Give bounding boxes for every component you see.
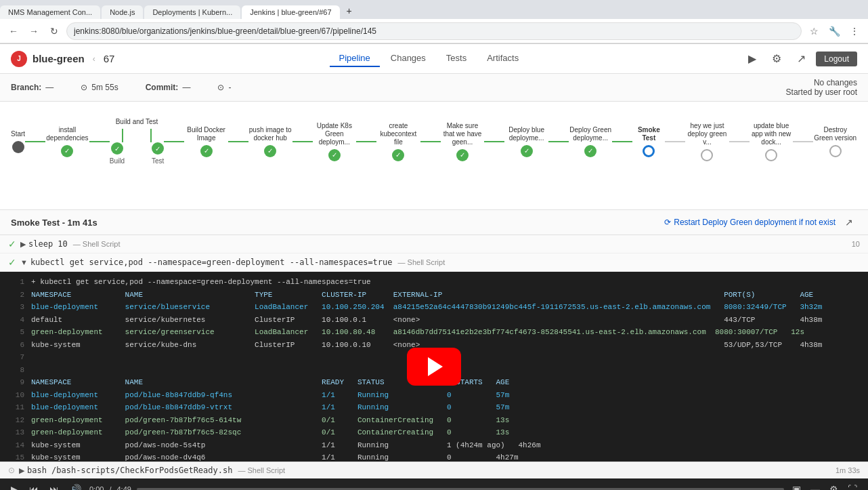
theater-button[interactable]: ▬	[808, 483, 823, 490]
pipeline-area: Start install dependencies ✓ Build and T…	[0, 102, 868, 210]
step-1-duration: 10	[852, 240, 860, 248]
stage-install[interactable]: install dependencies ✓	[45, 126, 89, 157]
branch-test: ✓ Test	[152, 142, 164, 165]
stage-hey-node	[701, 149, 713, 161]
step-2-check: ✓	[8, 257, 16, 268]
browser-chrome: NMS Management Con... Node.js Deployment…	[0, 0, 868, 44]
stage-update-k8s[interactable]: Update K8s Green deploym... ✓	[313, 122, 357, 161]
build-status-right: No changes Started by user root	[786, 78, 857, 97]
stage-update-blue-node	[765, 149, 777, 161]
youtube-play-button[interactable]	[407, 348, 461, 386]
app-logo-area: J blue-green ‹ 67	[11, 51, 114, 67]
logout-button[interactable]: Logout	[816, 52, 857, 66]
stage-smoke-test-node	[643, 145, 655, 157]
extension-button[interactable]: 🔧	[826, 23, 842, 39]
title-separator: ‹	[93, 54, 95, 64]
reload-button[interactable]: ↻	[46, 23, 62, 39]
stage-kube-context[interactable]: create kubecontext file ✓	[376, 122, 420, 161]
player-volume-button[interactable]: 🔊	[67, 483, 84, 490]
tab-new[interactable]: +	[341, 3, 357, 19]
tab-nodejs[interactable]: Node.js	[102, 5, 143, 19]
terminal-line-10: 10 blue-deployment pod/blue-8b847ddb9-qf…	[0, 389, 868, 402]
duration-info: ⊙ 5m 55s	[81, 83, 118, 92]
step-2-expand[interactable]: ▼	[20, 258, 28, 266]
stage-build-test[interactable]: Build and Test ✓ Build	[110, 118, 165, 165]
fullscreen-button[interactable]: ⛶	[845, 483, 860, 490]
bottom-step-name: bash /bash-scripts/CheckForPodsGetReady.…	[27, 466, 232, 475]
stage-install-label: install dependencies	[45, 126, 89, 142]
stage-destroy-green-label: Destroy Green version	[813, 126, 857, 142]
commit-value: —	[182, 83, 190, 92]
bookmark-button[interactable]: ☆	[806, 23, 822, 39]
tab-deployments[interactable]: Deployments | Kubern...	[144, 5, 240, 19]
stage-make-sure[interactable]: Make sure that we have geen... ✓	[441, 122, 485, 161]
player-skip-back-button[interactable]: ⏮	[26, 483, 41, 490]
stage-deploy-blue[interactable]: Deploy blue deployme... ✓	[504, 126, 548, 157]
settings-button[interactable]: ⋮	[846, 23, 863, 39]
build-info-bar: Branch: — ⊙ 5m 55s Commit: — ⊙ - No chan…	[0, 74, 868, 102]
player-settings-button[interactable]: ⚙	[827, 483, 841, 490]
logo-text: J	[17, 55, 21, 62]
forward-button[interactable]: →	[26, 23, 42, 39]
log-steps: ✓ ▶ sleep 10 — Shell Script 10 ✓ ▼ kubec…	[0, 235, 868, 272]
restart-label: Restart Deploy Green deployment if not e…	[674, 218, 836, 227]
stage-destroy-green-node	[829, 145, 842, 157]
external-link-icon[interactable]: ↗	[791, 49, 810, 68]
log-separator: -	[62, 218, 68, 228]
stage-push[interactable]: push image to docker hub ✓	[248, 126, 292, 157]
stage-push-node: ✓	[264, 145, 276, 157]
stage-kube-context-label: create kubecontext file	[376, 122, 420, 146]
connector-8	[484, 141, 504, 142]
restart-link[interactable]: ⟳ Restart Deploy Green deployment if not…	[664, 218, 836, 227]
duration-value: 5m 55s	[91, 83, 118, 92]
time-separator: /	[109, 485, 111, 490]
commit-info: Commit: —	[146, 83, 191, 92]
changes-label: No changes	[786, 78, 857, 87]
connector-4	[228, 141, 248, 142]
terminal-line-12: 12 green-deployment pod/green-7b87bf76c5…	[0, 414, 868, 427]
commit-label: Commit:	[146, 83, 179, 92]
bottom-step-expand[interactable]: ▶	[19, 466, 24, 475]
connector-2	[89, 141, 110, 142]
connector-1	[25, 141, 45, 142]
stage-docker[interactable]: Build Docker Image ✓	[184, 126, 228, 157]
player-play-button[interactable]: ▶	[8, 483, 21, 490]
player-skip-fwd-button[interactable]: ⏭	[47, 483, 62, 490]
pip-button[interactable]: ▣	[789, 483, 804, 490]
stage-make-sure-node: ✓	[456, 149, 469, 161]
video-player-bar: ▶ ⏮ ⏭ 🔊 0:00 / 4:49 ▣ ▬ ⚙ ⛶	[0, 478, 868, 490]
stage-hey[interactable]: hey we just deploy green v...	[685, 122, 729, 161]
nav-changes[interactable]: Changes	[381, 50, 435, 67]
nav-tests[interactable]: Tests	[437, 50, 476, 67]
branch-value: —	[45, 83, 53, 92]
settings-icon[interactable]: ⚙	[767, 49, 786, 68]
stage-smoke-test[interactable]: Smoke Test	[632, 126, 665, 157]
stage-smoke-test-label: Smoke Test	[632, 126, 665, 142]
back-button[interactable]: ←	[5, 23, 22, 39]
step-1-expand[interactable]: ▶	[20, 240, 26, 249]
terminal-line-4: 4 default service/kubernetes ClusterIP 1…	[0, 314, 868, 327]
stage-start-node	[12, 141, 24, 153]
terminal-line-5: 5 green-deployment service/greenservice …	[0, 326, 868, 339]
log-step-1[interactable]: ✓ ▶ sleep 10 — Shell Script 10	[0, 235, 868, 253]
stage-hey-label: hey we just deploy green v...	[685, 122, 729, 146]
nav-pipeline[interactable]: Pipeline	[330, 50, 380, 67]
stage-deploy-green[interactable]: Deploy Green deployme... ✓	[569, 126, 613, 157]
play-button[interactable]: ▶	[743, 49, 762, 68]
step-2-name: kubectl get service,pod --namespace=gree…	[30, 258, 393, 267]
stage-destroy-green[interactable]: Destroy Green version	[813, 126, 857, 157]
terminal-line-14: 14 kube-system pod/aws-node-5s4tp 1/1 Ru…	[0, 439, 868, 452]
branch-build: ✓ Build	[110, 142, 125, 165]
external-link-button[interactable]: ↗	[841, 214, 857, 230]
bottom-step[interactable]: ⊙ ▶ bash /bash-scripts/CheckForPodsGetRe…	[0, 462, 868, 478]
tab-nms[interactable]: NMS Management Con...	[0, 5, 100, 19]
terminal-container: 1 + kubectl get service,pod --namespace=…	[0, 272, 868, 462]
tab-jenkins[interactable]: Jenkins | blue-green/#67	[242, 5, 339, 19]
address-bar[interactable]	[66, 22, 802, 40]
stage-deploy-blue-label: Deploy blue deployme...	[504, 126, 548, 142]
log-step-2[interactable]: ✓ ▼ kubectl get service,pod --namespace=…	[0, 253, 868, 272]
stage-start[interactable]: Start	[11, 130, 25, 153]
nav-artifacts[interactable]: Artifacts	[477, 50, 528, 67]
stage-update-blue[interactable]: update blue app with new dock...	[750, 122, 794, 161]
build-node: ✓	[111, 142, 123, 155]
